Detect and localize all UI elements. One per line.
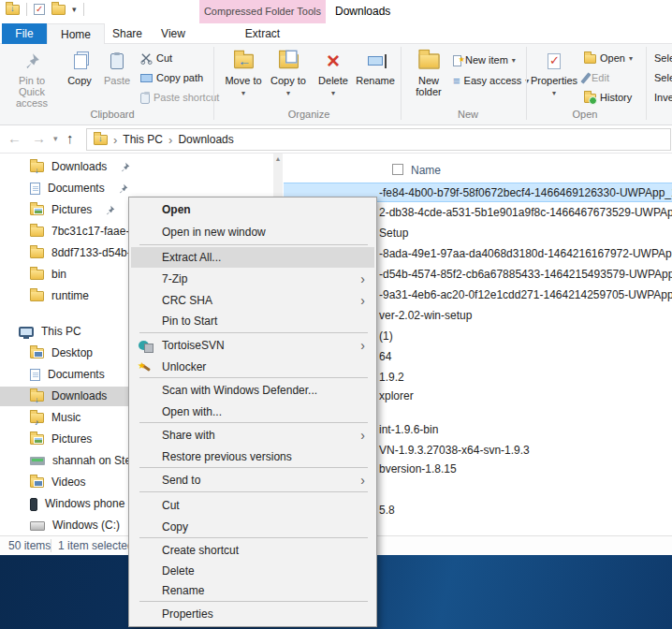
menu-item-rename[interactable]: Rename (131, 580, 374, 601)
folder-icon[interactable] (51, 5, 66, 15)
tortoisesvn-icon (139, 338, 153, 353)
dropdown-arrow-icon: ▾ (241, 89, 245, 97)
menu-item-open[interactable]: Open (131, 199, 374, 220)
menu-item-pin-to-start[interactable]: Pin to Start (131, 311, 374, 331)
history-button[interactable]: History (584, 89, 632, 107)
paste-button[interactable]: Paste (99, 47, 135, 86)
rename-button[interactable]: Rename (354, 47, 397, 86)
menu-item-copy[interactable]: Copy (131, 517, 374, 537)
folder-icon (30, 291, 44, 301)
tab-home[interactable]: Home (47, 23, 105, 45)
group-divider (213, 47, 214, 120)
breadcrumb-chevron-icon: › (113, 133, 117, 147)
drive-icon (30, 521, 45, 531)
delete-x-icon: × (327, 50, 340, 72)
pin-to-quick-access-button[interactable]: Pin to Quick access (6, 47, 58, 109)
cut-button[interactable]: Cut (140, 50, 172, 67)
folder-videos-icon (30, 477, 44, 488)
customize-qat-chevron-icon[interactable]: ▾ (72, 5, 77, 14)
copy-path-button[interactable]: Copy path (140, 69, 203, 87)
menu-item-create-shortcut[interactable]: Create shortcut (131, 540, 374, 561)
back-arrow-icon[interactable]: ← (7, 130, 22, 146)
computer-icon (19, 327, 34, 337)
folder-desktop-icon (30, 348, 44, 358)
paste-shortcut-icon (140, 93, 150, 104)
copy-to-icon (279, 53, 299, 67)
up-arrow-icon[interactable]: ↑ (66, 130, 74, 146)
clipboard-group-label: Clipboard (56, 109, 168, 120)
downloads-folder-icon[interactable] (6, 5, 20, 15)
copy-to-button[interactable]: Copy to ▾ (268, 47, 309, 99)
clipboard-icon (110, 53, 124, 69)
move-to-icon (234, 53, 254, 67)
address-field[interactable]: › This PC › Downloads (86, 128, 671, 151)
menu-item-cut[interactable]: Cut (131, 495, 374, 516)
menu-separator (139, 422, 368, 423)
menu-item-share-with[interactable]: Share with› (131, 425, 374, 446)
menu-item-properties[interactable]: Properties (131, 604, 374, 624)
file-explorer-window: ▾ Compressed Folder Tools Downloads File… (0, 0, 672, 629)
tab-view[interactable]: View (152, 23, 195, 44)
submenu-arrow-icon: › (360, 290, 365, 311)
contextual-tab-header: Compressed Folder Tools (199, 0, 326, 23)
select-all-checkbox[interactable] (392, 164, 403, 175)
folder-icon (30, 248, 44, 258)
select-none-button[interactable]: Select none (650, 69, 672, 87)
menu-separator (139, 377, 368, 378)
menu-item-open-with[interactable]: Open with... (131, 402, 374, 422)
titlebar: ▾ Compressed Folder Tools Downloads (0, 0, 672, 23)
sidebar-item-downloads-pinned[interactable]: Downloads (0, 157, 273, 177)
recent-locations-chevron-icon[interactable]: ▾ (53, 134, 58, 143)
new-item-icon (453, 55, 461, 66)
tab-file[interactable]: File (2, 23, 47, 44)
menu-item-7-zip[interactable]: 7-Zip› (131, 269, 374, 289)
items-count: 50 items (8, 536, 51, 555)
menu-item-delete[interactable]: Delete (131, 561, 374, 581)
new-item-button[interactable]: New item ▾ (453, 51, 516, 69)
edit-button[interactable]: Edit (584, 69, 609, 87)
folder-download-icon (30, 391, 44, 402)
easy-access-button[interactable]: ≡ Easy access ▾ (453, 72, 529, 90)
paste-shortcut-button[interactable]: Paste shortcut (140, 89, 219, 107)
menu-item-restore-previous-versions[interactable]: Restore previous versions (131, 446, 374, 467)
tab-extract[interactable]: Extract (199, 23, 326, 44)
rename-icon (368, 56, 383, 66)
invert-selection-button[interactable]: Invert selection (650, 89, 672, 107)
folder-icon (30, 270, 44, 280)
menu-item-scan-with-defender[interactable]: Scan with Windows Defender... (131, 380, 374, 401)
menu-item-tortoisesvn[interactable]: TortoiseSVN› (131, 335, 374, 356)
breadcrumb-this-pc[interactable]: This PC (123, 133, 163, 146)
address-bar: ← → ▾ ↑ › This PC › Downloads (0, 125, 672, 154)
properties-button[interactable]: Properties▾ (530, 47, 578, 99)
divider (26, 3, 27, 16)
scroll-up-icon[interactable]: ▲ (273, 155, 283, 162)
copy-path-icon (140, 74, 153, 82)
easy-access-icon: ≡ (453, 72, 460, 90)
menu-item-open-in-new-window[interactable]: Open in new window (131, 222, 374, 242)
new-folder-button[interactable]: New folder (408, 47, 449, 97)
forward-arrow-icon[interactable]: → (32, 130, 46, 146)
column-header-name[interactable]: Name (284, 161, 672, 180)
select-all-button[interactable]: Select all (650, 50, 672, 67)
menu-item-extract-all[interactable]: Extract All... (131, 247, 374, 268)
properties-icon (548, 53, 561, 69)
menu-separator (139, 467, 368, 468)
menu-separator (139, 332, 368, 333)
menu-item-unlocker[interactable]: Unlocker (131, 357, 374, 377)
network-share-icon (30, 457, 45, 465)
new-group-label: New (412, 109, 524, 120)
downloads-folder-icon (94, 135, 108, 145)
breadcrumb-downloads[interactable]: Downloads (178, 133, 233, 146)
dropdown-arrow-icon: ▾ (629, 50, 633, 67)
move-to-button[interactable]: Move to ▾ (223, 47, 264, 99)
tab-share[interactable]: Share (105, 23, 150, 44)
copy-button[interactable]: Copy (62, 47, 97, 86)
menu-item-send-to[interactable]: Send to› (131, 470, 374, 490)
organize-group-label: Organize (253, 109, 365, 120)
group-divider (526, 47, 527, 120)
sidebar-item-documents-pinned[interactable]: Documents (0, 179, 273, 198)
open-button[interactable]: Open ▾ (584, 50, 633, 67)
menu-item-crc-sha[interactable]: CRC SHA› (131, 290, 374, 311)
delete-button[interactable]: × Delete▾ (314, 47, 352, 99)
properties-checkbox-icon[interactable] (34, 4, 45, 15)
